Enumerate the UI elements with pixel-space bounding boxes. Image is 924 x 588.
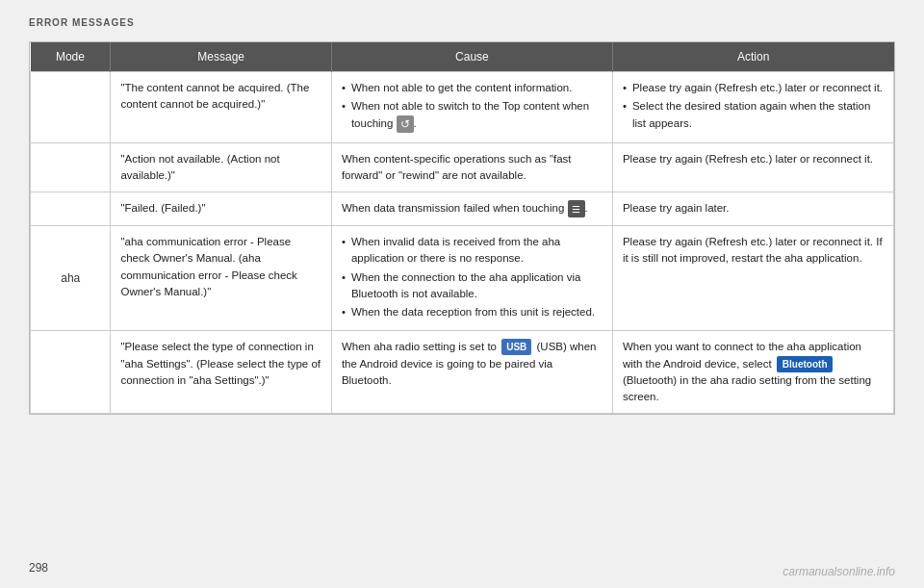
cause-cell: When aha radio setting is set to USB (US… [331, 331, 612, 414]
mode-cell: aha [31, 226, 111, 331]
cause-bullet: When not able to switch to the Top conte… [342, 98, 603, 132]
table-row: "Action not available. (Action not avail… [31, 142, 894, 192]
refresh-icon [397, 115, 414, 133]
message-text: "Please select the type of connection in… [120, 341, 321, 386]
action-cell: Please try again (Refresh etc.) later or… [612, 226, 893, 331]
message-text: "Action not available. (Action not avail… [120, 153, 279, 181]
action-text: Please try again (Refresh etc.) later or… [623, 236, 883, 264]
message-cell: "Action not available. (Action not avail… [111, 142, 331, 192]
page-header: ERROR MESSAGES [29, 17, 895, 28]
action-text: When you want to connect to the aha appl… [623, 341, 871, 402]
cause-bullet: When invalid data is received from the a… [342, 234, 603, 268]
cause-cell: When invalid data is received from the a… [331, 226, 612, 331]
col-header-action: Action [612, 42, 893, 72]
cause-text: When content-specific operations such as… [342, 153, 572, 181]
table-row: "Please select the type of connection in… [31, 331, 894, 414]
cause-bullet: When the connection to the aha applicati… [342, 269, 603, 303]
action-text: Please try again later. [623, 202, 730, 214]
action-bullet: Please try again (Refresh etc.) later or… [623, 80, 884, 96]
error-messages-table: Mode Message Cause Action "The content c… [29, 41, 895, 415]
col-header-message: Message [111, 42, 331, 72]
touch-icon [568, 200, 585, 217]
message-cell: "Please select the type of connection in… [111, 331, 331, 414]
cause-cell: When data transmission failed when touch… [331, 192, 612, 226]
cause-cell: When content-specific operations such as… [331, 142, 612, 192]
cause-text: When data transmission failed when touch… [342, 202, 588, 214]
cause-bullet: When not able to get the content informa… [342, 80, 603, 96]
action-cell: Please try again later. [612, 192, 893, 226]
watermark: carmanualsonline.info [783, 565, 895, 578]
mode-label: aha [61, 271, 80, 285]
action-cell: When you want to connect to the aha appl… [612, 331, 893, 414]
mode-cell [31, 142, 111, 192]
table-row: aha "aha communication error - Please ch… [31, 226, 894, 331]
message-cell: "The content cannot be acquired. (The co… [111, 72, 331, 143]
action-cell: Please try again (Refresh etc.) later or… [612, 72, 893, 143]
usb-badge: USB [501, 339, 531, 355]
message-cell: "Failed. (Failed.)" [111, 192, 331, 226]
action-bullet: Select the desired station again when th… [623, 98, 884, 132]
mode-cell [31, 72, 111, 143]
col-header-cause: Cause [331, 42, 612, 72]
cause-bullet: When the data reception from this unit i… [342, 304, 603, 320]
table-row: "The content cannot be acquired. (The co… [31, 72, 894, 143]
page: ERROR MESSAGES Mode Message Cause Action… [0, 0, 924, 588]
page-number: 298 [29, 561, 48, 575]
message-text: "The content cannot be acquired. (The co… [120, 82, 309, 110]
mode-cell [31, 331, 111, 414]
message-text: "aha communication error - Please check … [120, 236, 296, 297]
message-cell: "aha communication error - Please check … [111, 226, 331, 331]
bluetooth-badge: Bluetooth [777, 356, 834, 372]
cause-text: When aha radio setting is set to USB (US… [342, 341, 597, 386]
table-row: "Failed. (Failed.)" When data transmissi… [31, 192, 894, 226]
cause-cell: When not able to get the content informa… [331, 72, 612, 143]
table-header-row: Mode Message Cause Action [31, 42, 894, 72]
action-cell: Please try again (Refresh etc.) later or… [612, 142, 893, 192]
col-header-mode: Mode [31, 42, 111, 72]
message-text: "Failed. (Failed.)" [120, 202, 205, 214]
action-text: Please try again (Refresh etc.) later or… [623, 153, 873, 165]
mode-cell [31, 192, 111, 226]
